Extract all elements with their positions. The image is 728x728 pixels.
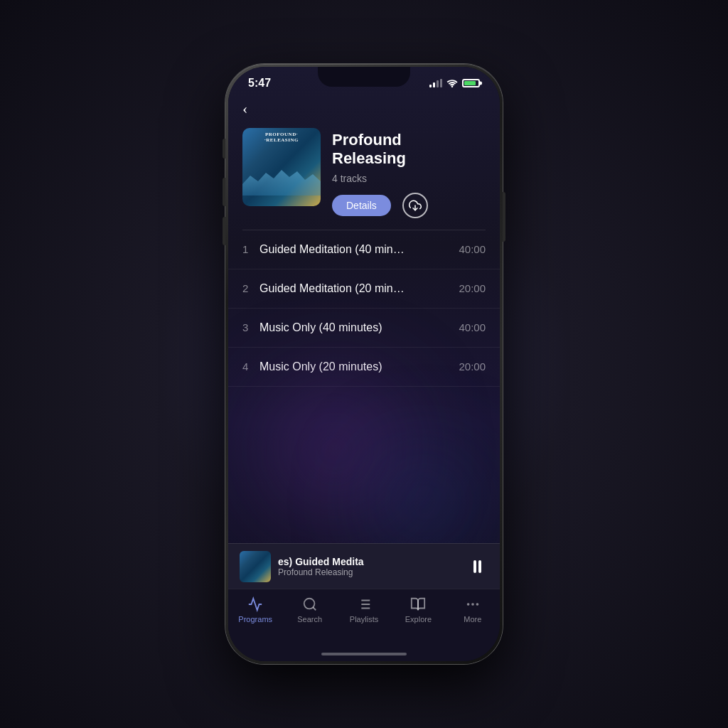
svg-point-10 xyxy=(471,603,474,606)
volume-up-button xyxy=(223,178,225,206)
track-duration: 20:00 xyxy=(459,282,486,294)
download-button[interactable] xyxy=(402,193,428,218)
pause-icon xyxy=(473,560,481,573)
signal-icon xyxy=(429,79,442,87)
nav-item-search[interactable]: Search xyxy=(282,596,336,623)
track-number: 4 xyxy=(242,360,259,373)
mini-player[interactable]: es) Guided Medita Profound Releasing xyxy=(228,543,500,589)
phone-screen: 5:47 ‹ xyxy=(228,67,500,661)
pause-button[interactable] xyxy=(466,555,488,578)
more-icon xyxy=(465,596,481,612)
track-number: 2 xyxy=(242,282,259,294)
album-header: PROFOUND· ·RELEASING Profound Releasing … xyxy=(228,121,500,230)
track-item[interactable]: 2 Guided Meditation (20 min… 20:00 xyxy=(228,269,500,309)
mini-track-prefix: es) xyxy=(278,556,292,567)
svg-point-11 xyxy=(476,603,478,606)
album-info: Profound Releasing 4 tracks Details xyxy=(332,128,486,218)
home-bar xyxy=(321,653,407,655)
content-area: ‹ PROFOUND· ·RELEASING Profound Releasin… xyxy=(228,94,500,543)
track-list: 1 Guided Meditation (40 min… 40:00 2 Gui… xyxy=(228,230,500,543)
mini-track-title: Guided Medita xyxy=(295,556,363,567)
nav-item-playlists[interactable]: Playlists xyxy=(337,596,391,623)
status-icons xyxy=(429,79,480,87)
explore-icon xyxy=(410,596,426,612)
track-name: Music Only (40 minutes) xyxy=(259,321,459,334)
app-screen: 5:47 ‹ xyxy=(228,67,500,661)
svg-point-9 xyxy=(467,603,470,606)
nav-item-programs[interactable]: Programs xyxy=(228,596,282,623)
album-title-line1: Profound xyxy=(332,131,402,149)
album-artwork: PROFOUND· ·RELEASING xyxy=(242,128,321,206)
mini-album-art xyxy=(240,551,271,582)
nav-label-explore: Explore xyxy=(405,615,432,623)
track-item[interactable]: 1 Guided Meditation (40 min… 40:00 xyxy=(228,230,500,269)
status-time: 5:47 xyxy=(248,77,271,90)
track-name: Guided Meditation (20 min… xyxy=(259,282,459,295)
track-name: Guided Meditation (40 min… xyxy=(259,243,459,256)
album-track-count: 4 tracks xyxy=(332,173,486,184)
playlists-icon xyxy=(356,596,372,612)
track-name: Music Only (20 minutes) xyxy=(259,360,459,373)
album-art-wave xyxy=(242,167,321,196)
nav-label-more: More xyxy=(464,615,481,623)
power-button xyxy=(503,192,505,242)
phone-frame: 5:47 ‹ xyxy=(225,64,503,664)
nav-item-more[interactable]: More xyxy=(446,596,500,623)
volume-down-button xyxy=(223,217,225,245)
nav-item-explore[interactable]: Explore xyxy=(391,596,445,623)
album-title-line2: Releasing xyxy=(332,149,406,167)
search-icon-nav xyxy=(302,596,318,612)
album-title: Profound Releasing xyxy=(332,131,486,168)
track-number: 3 xyxy=(242,321,259,333)
track-number: 1 xyxy=(242,243,259,255)
track-item[interactable]: 3 Music Only (40 minutes) 40:00 xyxy=(228,309,500,348)
battery-icon xyxy=(462,79,480,87)
album-art-title-line2: ·RELEASING xyxy=(247,138,316,144)
home-indicator xyxy=(228,647,500,661)
track-duration: 40:00 xyxy=(459,321,486,333)
nav-label-search: Search xyxy=(297,615,322,623)
mini-track-info: es) Guided Medita Profound Releasing xyxy=(278,556,459,577)
programs-icon xyxy=(247,596,263,612)
track-duration: 20:00 xyxy=(459,360,486,373)
svg-line-2 xyxy=(313,607,316,610)
mini-artist-name: Profound Releasing xyxy=(278,567,459,577)
wifi-icon xyxy=(446,79,458,87)
track-duration: 40:00 xyxy=(459,243,486,255)
nav-label-programs: Programs xyxy=(238,615,272,623)
silent-switch xyxy=(223,139,225,159)
back-button[interactable]: ‹ xyxy=(228,94,500,121)
svg-point-1 xyxy=(304,599,314,609)
details-button[interactable]: Details xyxy=(332,195,391,216)
notch xyxy=(318,67,410,87)
track-item[interactable]: 4 Music Only (20 minutes) 20:00 xyxy=(228,348,500,387)
album-actions: Details xyxy=(332,193,486,218)
bottom-nav: Programs Search Playlists xyxy=(228,589,500,647)
mini-track-name: es) Guided Medita xyxy=(278,556,459,567)
nav-label-playlists: Playlists xyxy=(350,615,378,623)
